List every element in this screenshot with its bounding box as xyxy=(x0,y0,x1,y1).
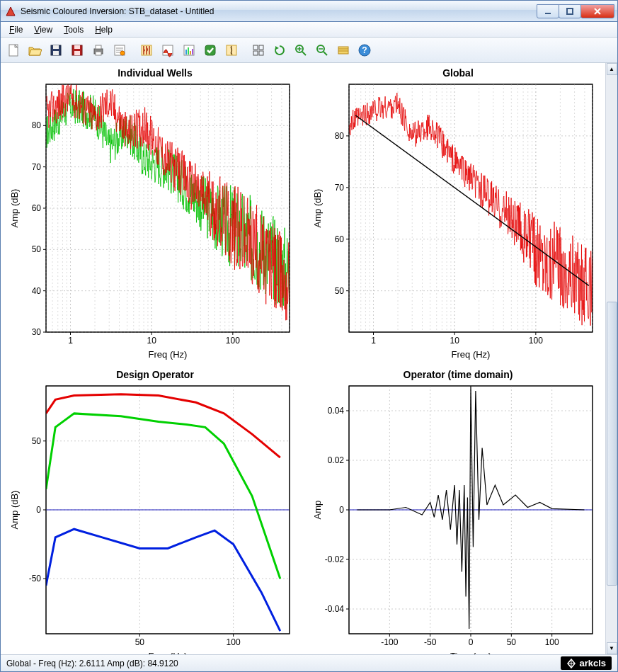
validate-button[interactable] xyxy=(200,40,220,60)
svg-text:0: 0 xyxy=(36,505,41,515)
svg-rect-24 xyxy=(190,51,191,55)
vertical-scrollbar[interactable]: ▲ ▼ xyxy=(605,63,617,654)
svg-marker-0 xyxy=(6,7,15,16)
menu-tools[interactable]: Tools xyxy=(58,23,89,36)
svg-text:?: ? xyxy=(362,45,367,55)
grid-view-button[interactable] xyxy=(248,40,268,60)
svg-text:40: 40 xyxy=(32,286,42,296)
close-button[interactable] xyxy=(580,4,614,18)
chart-title: Global xyxy=(311,67,605,79)
titlebar: Seismic Coloured Inversion: STB_dataset … xyxy=(1,1,617,22)
svg-text:100: 100 xyxy=(226,336,240,346)
svg-rect-13 xyxy=(96,52,101,55)
svg-text:Amp (dB): Amp (dB) xyxy=(9,491,20,530)
wavelet-button[interactable] xyxy=(222,40,241,60)
svg-text:-100: -100 xyxy=(381,637,398,647)
print-button[interactable] xyxy=(88,40,108,60)
svg-rect-105 xyxy=(349,84,593,332)
menubar: File View Tools Help xyxy=(1,22,617,38)
svg-text:60: 60 xyxy=(32,203,42,213)
svg-text:0.02: 0.02 xyxy=(328,455,345,465)
svg-text:50: 50 xyxy=(335,286,345,296)
svg-text:100: 100 xyxy=(529,336,543,346)
properties-button[interactable] xyxy=(110,40,130,60)
zoom-in-button[interactable] xyxy=(291,40,311,60)
content-area: Individual Wells304050607080110100Amp (d… xyxy=(1,63,617,654)
svg-text:1: 1 xyxy=(68,336,73,346)
svg-text:60: 60 xyxy=(335,234,345,244)
chart-title: Design Operator xyxy=(8,369,302,380)
zoom-out-button[interactable] xyxy=(312,40,332,60)
svg-text:1: 1 xyxy=(371,336,376,346)
minimize-button[interactable] xyxy=(537,4,559,18)
svg-text:70: 70 xyxy=(32,162,42,172)
svg-rect-12 xyxy=(96,45,101,49)
menu-view[interactable]: View xyxy=(28,23,58,36)
bars-button[interactable] xyxy=(179,40,199,60)
svg-text:0.04: 0.04 xyxy=(328,406,345,416)
spectrum-button[interactable] xyxy=(158,40,178,60)
refresh-button[interactable] xyxy=(270,40,290,60)
svg-text:Freq (Hz): Freq (Hz) xyxy=(149,651,188,654)
open-file-button[interactable] xyxy=(25,40,45,60)
scroll-down-icon[interactable]: ▼ xyxy=(607,642,617,654)
chart-global: Global50607080110100Amp (dB)Freq (Hz) xyxy=(311,67,605,363)
help-button[interactable]: ? xyxy=(355,40,374,60)
svg-text:Amp (dB): Amp (dB) xyxy=(9,189,20,228)
svg-text:Amp (dB): Amp (dB) xyxy=(312,189,323,228)
wells-button[interactable] xyxy=(137,40,156,60)
svg-rect-31 xyxy=(259,51,263,55)
svg-text:10: 10 xyxy=(450,336,460,346)
svg-rect-30 xyxy=(253,51,258,55)
scroll-up-icon[interactable]: ▲ xyxy=(607,63,617,75)
svg-text:50: 50 xyxy=(32,436,42,446)
svg-rect-28 xyxy=(253,45,258,50)
menu-file[interactable]: File xyxy=(4,23,28,36)
svg-text:10: 10 xyxy=(147,336,157,346)
svg-rect-22 xyxy=(185,50,187,55)
svg-rect-25 xyxy=(192,49,193,55)
svg-text:100: 100 xyxy=(227,637,241,647)
svg-text:0: 0 xyxy=(469,637,474,647)
svg-text:-0.04: -0.04 xyxy=(325,604,345,614)
svg-text:100: 100 xyxy=(545,637,559,647)
svg-text:Time (ms): Time (ms) xyxy=(450,651,491,654)
status-text: Global - Freq (Hz): 2.6111 Amp (dB): 84.… xyxy=(6,659,178,668)
chart-title: Individual Wells xyxy=(8,67,302,79)
svg-rect-6 xyxy=(53,45,59,49)
svg-rect-10 xyxy=(74,51,80,55)
svg-line-34 xyxy=(302,52,306,55)
svg-text:0: 0 xyxy=(339,505,344,515)
svg-text:80: 80 xyxy=(32,120,42,130)
window-title: Seismic Coloured Inversion: STB_dataset … xyxy=(21,6,537,16)
svg-text:70: 70 xyxy=(335,183,345,193)
svg-text:-50: -50 xyxy=(29,574,42,583)
save-button[interactable] xyxy=(46,40,66,60)
svg-rect-1 xyxy=(545,13,551,14)
svg-text:-50: -50 xyxy=(424,637,437,647)
svg-text:50: 50 xyxy=(507,637,517,647)
save-project-button[interactable] xyxy=(67,40,87,60)
menu-help[interactable]: Help xyxy=(89,23,118,36)
svg-text:80: 80 xyxy=(335,131,345,141)
svg-text:50: 50 xyxy=(32,244,42,254)
maximize-button[interactable] xyxy=(559,4,581,18)
svg-text:-0.02: -0.02 xyxy=(325,554,345,564)
svg-rect-29 xyxy=(259,45,263,50)
scroll-thumb[interactable] xyxy=(607,302,617,586)
new-file-button[interactable] xyxy=(4,40,23,60)
fit-button[interactable] xyxy=(333,40,353,60)
brand-badge: arkcls xyxy=(561,656,612,670)
toolbar: ? xyxy=(1,38,617,63)
svg-text:30: 30 xyxy=(32,327,42,337)
svg-rect-23 xyxy=(188,47,189,55)
chart-individual-wells: Individual Wells304050607080110100Amp (d… xyxy=(8,67,302,363)
svg-rect-2 xyxy=(567,8,573,14)
svg-rect-7 xyxy=(53,51,59,55)
svg-marker-32 xyxy=(275,46,279,50)
chart-operator-time: Operator (time domain)-0.04-0.0200.020.0… xyxy=(311,369,605,654)
chart-design-operator: Design Operator-5005050100Amp (dB)Freq (… xyxy=(8,369,302,654)
svg-text:50: 50 xyxy=(135,637,145,647)
svg-point-18 xyxy=(120,51,125,55)
svg-text:Amp: Amp xyxy=(312,501,323,520)
